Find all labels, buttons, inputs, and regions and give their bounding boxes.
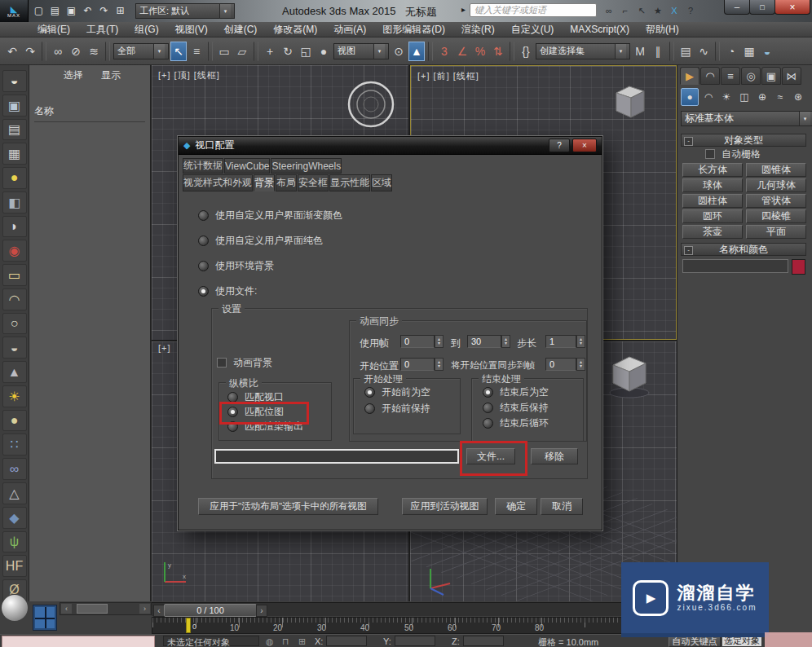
object-color-swatch[interactable] — [792, 259, 805, 275]
dialog-tab[interactable]: 安全框 — [298, 174, 329, 191]
menu-item[interactable]: 工具(T) — [78, 23, 126, 37]
reference-coordinate-dropdown[interactable]: 视图▾ — [333, 43, 389, 59]
z-coordinate-field[interactable] — [463, 636, 504, 646]
motion-icon[interactable]: ◎ — [741, 67, 761, 85]
bind-to-space-warp-icon[interactable]: ≋ — [86, 42, 102, 61]
object-type-button[interactable]: 圆柱体 — [682, 194, 743, 208]
percent-snap-icon[interactable]: % — [472, 42, 488, 61]
snap-toggle-3d-icon[interactable]: 3 — [436, 42, 452, 61]
listener-icon[interactable]: ▤ — [2, 119, 27, 141]
plane-rect-icon[interactable]: ▭ — [2, 264, 27, 286]
viewport-front-label[interactable]: [+] [前] [线框] — [417, 70, 479, 82]
exchange-apps-icon[interactable]: X — [667, 3, 682, 18]
next-frame-icon[interactable]: › — [256, 605, 267, 617]
select-by-name-icon[interactable]: ≡ — [188, 42, 205, 61]
sun-icon[interactable]: ☀ — [2, 385, 27, 407]
hf-hand-icon[interactable]: HF — [2, 555, 27, 577]
menu-item[interactable]: 自定义(U) — [503, 23, 563, 37]
object-type-button[interactable]: 圆环 — [682, 209, 743, 223]
sync-start-field[interactable]: 0 — [545, 358, 576, 371]
time-marker[interactable] — [186, 618, 191, 633]
select-and-rotate-icon[interactable]: ↻ — [280, 42, 296, 61]
radio-use-file[interactable]: 使用文件: — [198, 285, 342, 297]
dialog-tab[interactable]: 统计数据 — [183, 158, 223, 174]
select-and-link-icon[interactable]: ∞ — [50, 42, 66, 61]
select-and-scale-icon[interactable]: ◱ — [298, 42, 314, 61]
cone-icon[interactable]: ▲ — [2, 361, 27, 383]
video-camera-icon[interactable]: ◉ — [2, 240, 27, 262]
grass-icon[interactable]: ψ — [2, 531, 27, 553]
sphere-tool-icon[interactable] — [2, 595, 28, 621]
display-icon[interactable]: ▣ — [761, 67, 781, 85]
scroll-left-icon[interactable]: ‹ — [61, 604, 72, 614]
use-pivot-center-icon[interactable]: ⊙ — [391, 42, 407, 61]
teapot-icon[interactable]: ◒ — [2, 337, 27, 359]
moon-icon[interactable]: ◗ — [2, 216, 27, 238]
spinner-icon[interactable]: ▴▾ — [435, 335, 444, 348]
mini-listener[interactable] — [2, 636, 155, 647]
layer-manager-icon[interactable]: ▤ — [677, 42, 694, 61]
create-icon[interactable]: ▶ — [680, 67, 699, 85]
ok-button[interactable]: 确定 — [495, 498, 537, 515]
viewport-left-label[interactable]: [+] — [158, 343, 171, 353]
space-warps-icon[interactable]: ≈ — [772, 89, 788, 105]
object-type-button[interactable]: 四棱锥 — [746, 209, 806, 223]
angle-snap-icon[interactable]: ∠ — [454, 42, 470, 61]
radio-use-gradient[interactable]: 使用自定义用户界面渐变颜色 — [198, 209, 342, 221]
menu-item[interactable]: 修改器(M) — [265, 23, 325, 37]
previous-frame-icon[interactable]: ‹ — [153, 605, 165, 617]
remove-button[interactable]: 移除 — [531, 448, 578, 464]
radio-match-bitmap[interactable]: 匹配位图 — [227, 406, 303, 417]
object-type-button[interactable]: 茶壶 — [682, 225, 743, 239]
maximize-button[interactable]: □ — [749, 0, 775, 15]
dialog-close-button[interactable]: × — [572, 139, 597, 152]
open-file-icon[interactable]: ▤ — [47, 2, 63, 18]
render-teapot-icon[interactable]: ◒ — [2, 70, 27, 92]
spinner-icon[interactable]: ▴▾ — [501, 335, 510, 348]
viewcube-icon[interactable] — [608, 81, 651, 122]
scroll-right-icon[interactable]: › — [139, 604, 150, 614]
object-type-button[interactable]: 平面 — [746, 225, 806, 239]
y-coordinate-field[interactable] — [395, 636, 435, 646]
circle-ring-icon[interactable]: ○ — [2, 313, 27, 335]
object-type-button[interactable]: 几何球体 — [746, 178, 806, 192]
pyramid-icon[interactable]: △ — [2, 482, 27, 504]
hierarchy-icon[interactable]: ≡ — [721, 67, 740, 85]
object-type-rollout[interactable]: - 对象类型 — [681, 134, 806, 147]
menu-item[interactable]: 编辑(E) — [29, 23, 78, 37]
grid-table-icon[interactable]: ▦ — [2, 143, 27, 165]
tube-object-top-view[interactable] — [345, 78, 397, 130]
material-editor-icon[interactable]: ▣ — [2, 95, 27, 117]
new-scene-icon[interactable]: ▢ — [31, 2, 46, 18]
redo-small-icon[interactable]: ↷ — [96, 2, 112, 18]
radio-use-environment[interactable]: 使用环境背景 — [198, 260, 342, 271]
select-and-manipulate-icon[interactable]: ▲ — [408, 42, 425, 61]
radio-hold-after-end[interactable]: 结束后保持 — [483, 402, 549, 413]
lights-icon[interactable]: ☀ — [718, 89, 735, 105]
search-input[interactable]: 键入关键字或短语 — [470, 3, 597, 17]
minimize-button[interactable]: ─ — [724, 0, 750, 15]
radio-match-viewport[interactable]: 匹配视口 — [227, 391, 303, 403]
redo-icon[interactable]: ↷ — [22, 42, 38, 61]
workspace-dropdown[interactable]: 工作区: 默认▾ — [135, 3, 235, 19]
radio-hold-before-start[interactable]: 开始前保持 — [364, 403, 430, 414]
render-production-icon[interactable]: ◒ — [759, 42, 775, 61]
cameras-icon[interactable]: ◫ — [736, 89, 752, 105]
dialog-tab[interactable]: 布局 — [276, 174, 297, 191]
modify-icon[interactable]: ◠ — [700, 67, 720, 85]
render-setup-icon[interactable]: ◔ — [723, 42, 739, 61]
window-crossing-icon[interactable]: ▱ — [234, 42, 250, 61]
geometry-icon[interactable]: ● — [681, 88, 699, 106]
utilities-icon[interactable]: ⋈ — [782, 67, 801, 85]
light-bulb-icon[interactable]: ● — [2, 167, 27, 189]
selection-lock-icon[interactable]: ⊓ — [282, 636, 289, 647]
dialog-tab[interactable]: 区域 — [371, 174, 392, 191]
spinner-snap-icon[interactable]: ⇅ — [490, 42, 506, 61]
dialog-help-button[interactable]: ? — [549, 139, 570, 152]
spinner-icon[interactable]: ▴▾ — [576, 358, 585, 371]
menu-item[interactable]: MAXScript(X) — [562, 24, 638, 35]
background-file-field[interactable] — [214, 449, 459, 464]
dialog-title-bar[interactable]: ◆ 视口配置 ? × — [179, 137, 602, 155]
application-menu-button[interactable]: ◣ MAX — [0, 0, 29, 22]
cursor-help-icon[interactable]: ↖ — [634, 3, 649, 18]
